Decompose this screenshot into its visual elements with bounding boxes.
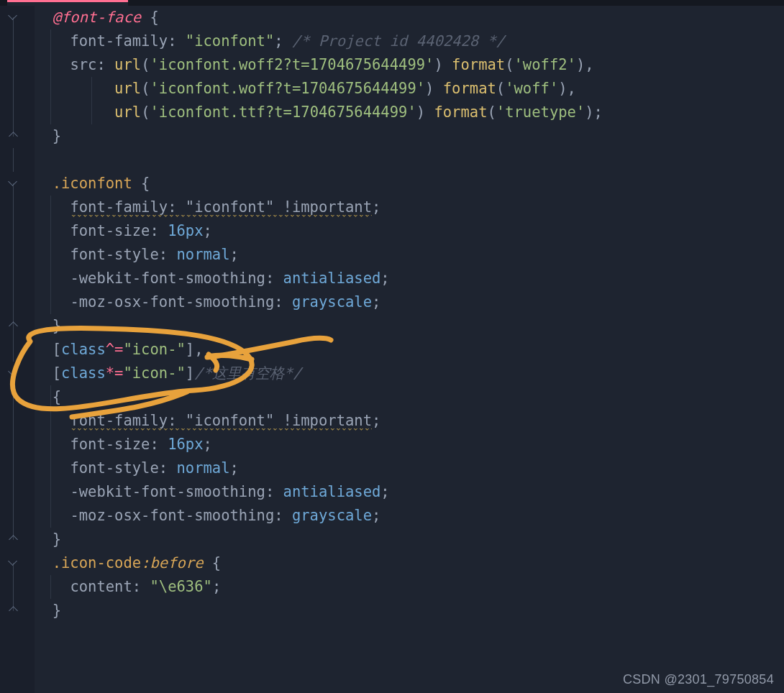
code-line: .iconfont { xyxy=(35,172,784,196)
code-line: font-family: "iconfont"; /* Project id 4… xyxy=(35,29,784,53)
editor-gutter xyxy=(0,6,35,693)
code-line: font-size: 16px; xyxy=(35,433,784,456)
code-line: url('iconfont.woff?t=1704675644499') for… xyxy=(35,77,784,101)
code-line: -moz-osx-font-smoothing: grayscale; xyxy=(35,504,784,528)
code-line: -webkit-font-smoothing: antialiased; xyxy=(35,480,784,504)
code-line: } xyxy=(35,599,784,623)
code-line: -webkit-font-smoothing: antialiased; xyxy=(35,267,784,290)
code-line: { xyxy=(35,385,784,409)
code-line xyxy=(35,148,784,172)
code-line: @font-face { xyxy=(35,6,784,29)
code-line: } xyxy=(35,124,784,148)
code-line: [class^="icon-"], xyxy=(35,338,784,362)
code-line: [class*="icon-"]/*这里有空格*/ xyxy=(35,362,784,385)
watermark-text: CSDN @2301_79750854 xyxy=(623,672,774,687)
code-line: } xyxy=(35,314,784,338)
fold-icon[interactable] xyxy=(7,318,19,330)
code-line: content: "\e636"; xyxy=(35,575,784,599)
fold-icon[interactable] xyxy=(7,178,19,189)
fold-icon[interactable] xyxy=(7,129,19,140)
fold-icon[interactable] xyxy=(7,557,19,569)
code-line: -moz-osx-font-smoothing: grayscale; xyxy=(35,290,784,314)
code-line: font-size: 16px; xyxy=(35,219,784,243)
fold-icon[interactable] xyxy=(7,532,19,543)
fold-icon[interactable] xyxy=(7,12,19,23)
fold-icon[interactable] xyxy=(7,367,19,379)
code-line: url('iconfont.ttf?t=1704675644499') form… xyxy=(35,101,784,124)
code-line: font-family: "iconfont" !important; xyxy=(35,409,784,433)
code-line: .icon-code:before { xyxy=(35,551,784,575)
code-editor[interactable]: @font-face { font-family: "iconfont"; /*… xyxy=(35,6,784,693)
code-line: font-family: "iconfont" !important; xyxy=(35,196,784,219)
code-line: font-style: normal; xyxy=(35,456,784,480)
fold-icon[interactable] xyxy=(7,603,19,615)
code-line: src: url('iconfont.woff2?t=1704675644499… xyxy=(35,53,784,77)
code-line: font-style: normal; xyxy=(35,243,784,267)
code-line: } xyxy=(35,528,784,551)
